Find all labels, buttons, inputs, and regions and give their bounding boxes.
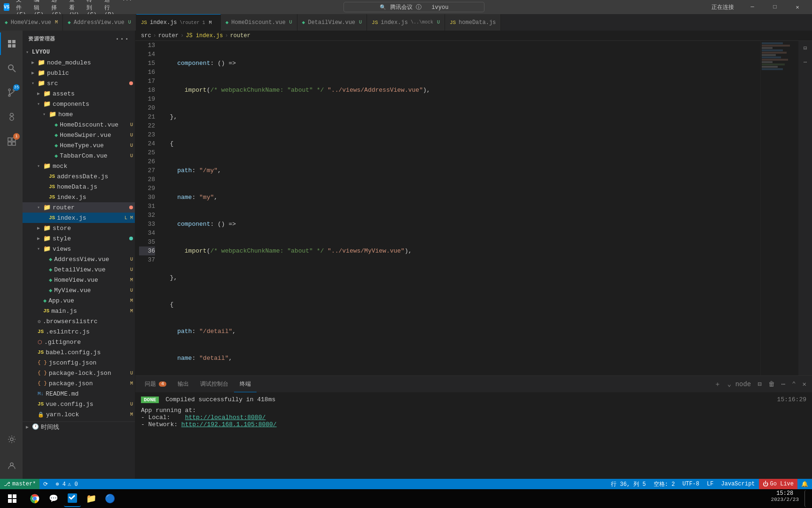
status-errors[interactable]: ⊗ 4 ⚠ 0	[52, 479, 81, 489]
panel-split[interactable]: ⊟	[756, 379, 763, 389]
sidebar-item-browserslist[interactable]: ⚙ .browserslistrc	[23, 316, 135, 326]
sidebar-item-style[interactable]: ▶ 📁 style	[23, 233, 135, 244]
taskbar-vscode[interactable]	[64, 490, 81, 507]
sidebar-item-package[interactable]: { } package.json M	[23, 378, 135, 389]
panel-add[interactable]: ＋	[712, 379, 723, 389]
folder-icon: 📁	[38, 79, 45, 87]
tab-indexjs[interactable]: JS index.js \router 1 M	[136, 14, 221, 31]
status-sync[interactable]: ⟳	[39, 479, 52, 489]
tab-homedata[interactable]: JS homeData.js	[445, 14, 501, 31]
sidebar-item-homeview[interactable]: ◆ HomeView.vue M	[23, 275, 135, 285]
activity-extensions[interactable]: 1	[0, 130, 23, 153]
title-search[interactable]: 🔍 腾讯会议 ⓘ ivyou	[344, 2, 484, 12]
sidebar-item-detailview[interactable]: ◆ DetailView.vue U	[23, 264, 135, 275]
status-spaces[interactable]: 空格: 2	[650, 479, 679, 489]
panel-tab-debug[interactable]: 调试控制台	[195, 376, 234, 392]
sidebar-item-homediscount[interactable]: ◆ HomeDiscount.vue U	[23, 119, 135, 130]
sidebar-item-packagelock[interactable]: { } package-lock.json U	[23, 368, 135, 378]
right-sidebar: ⊟ ⋯	[798, 41, 812, 375]
sidebar-item-homedata[interactable]: JS homeData.js	[23, 182, 135, 192]
activity-search[interactable]	[0, 57, 23, 79]
sidebar-item-store[interactable]: ▶ 📁 store	[23, 223, 135, 233]
sidebar-item-public[interactable]: ▶ 📁 public	[23, 68, 135, 78]
sidebar-item-app[interactable]: ◆ App.vue M	[23, 295, 135, 306]
status-language[interactable]: JavaScript	[718, 479, 759, 489]
tab-addressview[interactable]: ◆ AddressView.vue U	[63, 14, 136, 31]
sidebar-item-addressdate[interactable]: JS addressDate.js	[23, 171, 135, 182]
tab-homediscount[interactable]: ◆ HomeDiscount.vue U	[221, 14, 297, 31]
tab-detailview[interactable]: ◆ DetailView.vue U	[297, 14, 367, 31]
minimize-btn[interactable]: ─	[742, 0, 763, 14]
status-notifications[interactable]: 🔔	[797, 479, 812, 489]
sidebar-item-main[interactable]: JS main.js M	[23, 306, 135, 316]
breadcrumb-src[interactable]: src	[141, 32, 151, 39]
panel-tab-problems[interactable]: 问题 4	[139, 376, 172, 392]
sidebar-item-eslint[interactable]: JS .eslintrc.js	[23, 326, 135, 337]
panel-tab-output[interactable]: 输出	[172, 376, 195, 392]
activity-settings[interactable]	[0, 428, 23, 451]
terminal-content[interactable]: DONE Compiled successfully in 418ms 15:1…	[135, 392, 812, 479]
sidebar-item-mock[interactable]: ▾ 📁 mock	[23, 161, 135, 171]
tab-path: \router 1	[180, 20, 205, 25]
activity-explorer[interactable]	[0, 32, 23, 55]
panel-maximize[interactable]: ⌃	[790, 379, 797, 389]
sidebar-item-babel[interactable]: JS babel.config.js	[23, 347, 135, 357]
sidebar-item-jsconfig[interactable]: { } jsconfig.json	[23, 357, 135, 368]
sidebar-item-components[interactable]: ▾ 📁 components	[23, 99, 135, 109]
sidebar-item-src[interactable]: ▾ 📁 src	[23, 78, 135, 88]
taskbar-browser[interactable]	[26, 490, 43, 507]
sidebar-item-yarnlock[interactable]: 🔒 yarn.lock M	[23, 409, 135, 420]
taskbar-start[interactable]	[4, 490, 21, 507]
code-editor[interactable]: 13 14 15 16 17 18 19 20 21 22 23 24 25 2…	[135, 41, 760, 375]
taskbar-show-desktop[interactable]	[804, 490, 808, 507]
tree-root[interactable]: ▾ LVYOU	[23, 47, 135, 57]
maximize-btn[interactable]: □	[764, 0, 786, 14]
sidebar-item-vueconfig[interactable]: JS vue.config.js U	[23, 399, 135, 409]
status-golive[interactable]: ⏻ Go Live	[759, 479, 797, 489]
status-branch[interactable]: ⎇ master*	[0, 479, 39, 489]
close-btn[interactable]: ✕	[787, 0, 808, 14]
sidebar-item-homeswiper[interactable]: ◆ HomeSwiper.vue U	[23, 130, 135, 140]
status-position[interactable]: 行 36, 列 5	[607, 479, 649, 489]
sidebar-item-gitignore[interactable]: ⬡ .gitignore	[23, 337, 135, 347]
sidebar-item-myview[interactable]: ◆ MyView.vue U	[23, 285, 135, 295]
sidebar-item-router-index[interactable]: JS index.js L M	[23, 213, 135, 223]
right-action-split[interactable]: ⊟	[798, 41, 812, 55]
sidebar-item-readme[interactable]: M↓ README.md	[23, 389, 135, 399]
sidebar-item-views[interactable]: ▾ 📁 views	[23, 244, 135, 254]
panel-trash[interactable]: 🗑	[766, 380, 777, 389]
activity-account[interactable]	[0, 454, 23, 477]
taskbar-datetime[interactable]: 15:28 2023/2/23	[767, 490, 803, 507]
sidebar-item-assets[interactable]: ▶ 📁 assets	[23, 88, 135, 99]
sidebar-item-mock-index[interactable]: JS index.js	[23, 192, 135, 202]
panel-close[interactable]: ✕	[801, 379, 808, 389]
taskbar-app5[interactable]: 🔵	[102, 490, 118, 507]
sidebar-item-node-modules[interactable]: ▶ 📁 node_modules	[23, 57, 135, 68]
panel-tab-terminal[interactable]: 终端	[234, 376, 257, 392]
sidebar-menu[interactable]: ···	[115, 35, 129, 43]
tab-homeview[interactable]: ◆ HomeView.vue M	[0, 14, 63, 31]
taskbar-tencent[interactable]: 💬	[45, 490, 62, 507]
tab-icon: ◆	[226, 19, 229, 25]
sidebar-item-addressview[interactable]: ◆ AddressView.vue U	[23, 254, 135, 264]
panel-select[interactable]: ⌄ node	[726, 379, 753, 389]
right-action-more[interactable]: ⋯	[798, 55, 812, 69]
tab-label: AddressView.vue	[74, 19, 125, 26]
item-label: .eslintrc.js	[46, 328, 90, 335]
breadcrumb-router[interactable]: router	[158, 32, 179, 39]
sidebar-item-home[interactable]: ▾ 📁 home	[23, 109, 135, 119]
local-url[interactable]: http://localhost:8080/	[185, 414, 266, 421]
status-encoding[interactable]: UTF-8	[679, 479, 703, 489]
breadcrumb-file[interactable]: JS index.js	[186, 32, 223, 39]
network-url[interactable]: http://192.168.1.105:8080/	[181, 421, 277, 428]
status-line-ending[interactable]: LF	[703, 479, 717, 489]
sidebar-item-timeline[interactable]: ▶ 🕐 时间线	[23, 421, 135, 432]
sidebar-item-tabbarcom[interactable]: ◆ TabbarCom.vue U	[23, 151, 135, 161]
tab-indexjs-mock[interactable]: JS index.js \..\mock U	[367, 14, 445, 31]
panel-more[interactable]: ⋯	[780, 379, 787, 389]
sidebar-item-hometype[interactable]: ◆ HomeType.vue U	[23, 140, 135, 151]
activity-debug[interactable]	[0, 106, 23, 128]
taskbar-explorer[interactable]: 📁	[83, 490, 100, 507]
activity-git[interactable]: 35	[0, 81, 23, 104]
sidebar-item-router[interactable]: ▾ 📁 router	[23, 202, 135, 213]
